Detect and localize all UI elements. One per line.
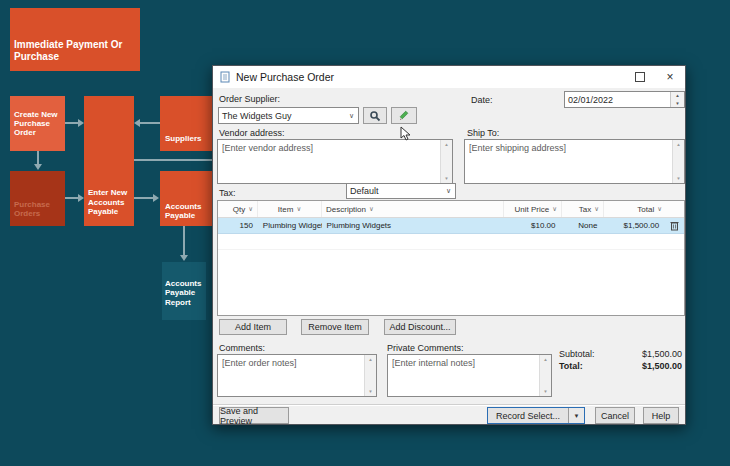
mouse-cursor-icon xyxy=(400,126,412,142)
arrowhead-icon xyxy=(153,194,159,202)
cell-total: $1,500.00 xyxy=(602,221,664,230)
scroll-down-icon[interactable]: ▼ xyxy=(441,174,452,183)
private-comments-input[interactable]: [Enter internal notes] ▲ ▼ xyxy=(387,354,552,397)
chevron-down-icon: ∨ xyxy=(446,187,455,195)
private-comments-label: Private Comments: xyxy=(387,343,464,353)
scrollbar[interactable]: ▲ ▼ xyxy=(672,140,684,183)
add-item-button[interactable]: Add Item xyxy=(219,319,287,335)
arrowhead-icon xyxy=(78,194,84,202)
flow-node-label: Accounts Payable Report xyxy=(165,279,205,307)
chevron-down-icon: ∨ xyxy=(369,205,374,213)
flow-node-create-new-purchase-order: Create New Purchase Order xyxy=(10,96,65,151)
scroll-down-icon[interactable]: ▼ xyxy=(540,387,551,396)
ship-to-input[interactable]: [Enter shipping address] ▲ ▼ xyxy=(464,139,685,184)
close-button[interactable]: × xyxy=(655,66,685,88)
column-header-tax[interactable]: Tax∨ xyxy=(562,201,604,217)
scroll-up-icon[interactable]: ▲ xyxy=(540,355,551,364)
lookup-supplier-button[interactable] xyxy=(363,107,387,124)
record-select-dropdown-button[interactable]: ▼ xyxy=(568,408,584,423)
ship-to-value: [Enter shipping address] xyxy=(469,143,566,153)
ship-to-label: Ship To: xyxy=(467,128,499,138)
flow-connector xyxy=(134,197,154,199)
tax-label: Tax: xyxy=(219,188,236,198)
scroll-up-icon[interactable]: ▲ xyxy=(365,355,376,364)
arrowhead-icon xyxy=(78,119,84,127)
subtotal-label: Subtotal: xyxy=(559,349,595,359)
flow-connector xyxy=(65,197,79,199)
tax-select[interactable]: Default ∨ xyxy=(346,183,456,199)
scroll-up-icon[interactable]: ▲ xyxy=(673,140,684,149)
arrowhead-icon xyxy=(134,119,140,127)
dropdown-arrow-icon: ▼ xyxy=(574,413,580,419)
scrollbar[interactable]: ▲ ▼ xyxy=(440,140,452,183)
scroll-up-icon[interactable]: ▲ xyxy=(441,140,452,149)
flow-connector xyxy=(183,226,185,256)
arrowhead-icon xyxy=(180,255,188,261)
order-supplier-select[interactable]: The Widgets Guy ∨ xyxy=(218,107,359,124)
cell-qty: 150 xyxy=(218,221,258,230)
document-icon xyxy=(220,71,231,83)
spin-down-icon[interactable]: ▼ xyxy=(671,100,684,108)
date-value: 02/01/2022 xyxy=(568,95,613,105)
cell-description: Plumbing Widgets xyxy=(322,221,503,230)
flow-node-label: Suppliers xyxy=(165,134,213,143)
comments-value: [Enter order notes] xyxy=(222,358,297,368)
chevron-down-icon: ∨ xyxy=(349,112,358,120)
scrollbar[interactable]: ▲ ▼ xyxy=(539,355,551,396)
subtotal-value: $1,500.00 xyxy=(612,349,682,359)
column-header-description[interactable]: Description∨ xyxy=(322,201,504,217)
table-empty-row xyxy=(218,234,684,250)
delete-row-button[interactable] xyxy=(664,220,684,231)
screen: Immediate Payment Or Purchase Create New… xyxy=(0,0,730,466)
date-spinner[interactable]: ▲ ▼ xyxy=(670,92,684,107)
comments-input[interactable]: [Enter order notes] ▲ ▼ xyxy=(217,354,377,397)
edit-supplier-button[interactable] xyxy=(391,107,417,124)
flow-node-label: Create New Purchase Order xyxy=(14,110,63,138)
pencil-icon xyxy=(398,110,410,122)
date-label: Date: xyxy=(471,95,493,105)
total-value: $1,500.00 xyxy=(612,361,682,371)
vendor-address-value: [Enter vendor address] xyxy=(222,143,313,153)
vendor-address-input[interactable]: [Enter vendor address] ▲ ▼ xyxy=(217,139,453,184)
table-row-selected[interactable]: 150 Plumbing Widgets Plumbing Widgets $1… xyxy=(218,218,684,234)
arrowhead-icon xyxy=(34,164,42,170)
column-header-unit-price[interactable]: Unit Price∨ xyxy=(504,201,562,217)
maximize-button[interactable] xyxy=(625,66,655,88)
record-select-split-button[interactable]: Record Select... ▼ xyxy=(487,407,585,424)
scrollbar[interactable]: ▲ ▼ xyxy=(364,355,376,396)
flow-node-accounts-payable: Accounts Payable xyxy=(160,171,215,226)
flow-node-label: Purchase Orders xyxy=(14,200,63,218)
flow-node-enter-new-accounts-payable: Enter New Accounts Payable xyxy=(84,96,134,226)
add-discount-button[interactable]: Add Discount... xyxy=(384,319,456,335)
chevron-down-icon: ∨ xyxy=(594,205,599,213)
chevron-down-icon: ∨ xyxy=(248,205,253,213)
scroll-down-icon[interactable]: ▼ xyxy=(673,174,684,183)
date-input[interactable]: 02/01/2022 ▲ ▼ xyxy=(564,91,685,108)
save-and-preview-button[interactable]: Save and Preview xyxy=(219,407,289,424)
chevron-down-icon: ∨ xyxy=(657,205,662,213)
cell-tax: None xyxy=(561,221,603,230)
column-header-qty[interactable]: Qty∨ xyxy=(218,201,258,217)
order-supplier-value: The Widgets Guy xyxy=(222,111,292,121)
flow-connector xyxy=(37,151,39,165)
flow-node-purchase-orders: Purchase Orders xyxy=(10,171,65,226)
chevron-down-icon: ∨ xyxy=(552,205,557,213)
flow-node-label: Accounts Payable xyxy=(165,202,213,220)
column-header-total[interactable]: Total∨ xyxy=(604,201,666,217)
help-button[interactable]: Help xyxy=(643,407,679,424)
search-icon xyxy=(369,110,381,122)
line-items-table: Qty∨ Item∨ Description∨ Unit Price∨ Tax∨… xyxy=(217,200,685,316)
cancel-button[interactable]: Cancel xyxy=(595,407,635,424)
scroll-down-icon[interactable]: ▼ xyxy=(365,387,376,396)
flow-node-accounts-payable-report: Accounts Payable Report xyxy=(162,262,206,320)
flow-connector xyxy=(134,159,214,161)
dialog-titlebar[interactable]: New Purchase Order × xyxy=(213,66,685,88)
spin-up-icon[interactable]: ▲ xyxy=(671,92,684,100)
record-select-button[interactable]: Record Select... xyxy=(488,408,568,423)
flow-node-suppliers: Suppliers xyxy=(160,96,215,151)
flow-node-label: Immediate Payment Or Purchase xyxy=(14,39,134,62)
order-supplier-label: Order Supplier: xyxy=(219,94,280,104)
column-header-item[interactable]: Item∨ xyxy=(258,201,322,217)
flow-node-label: Enter New Accounts Payable xyxy=(88,188,132,216)
remove-item-button[interactable]: Remove Item xyxy=(301,319,369,335)
